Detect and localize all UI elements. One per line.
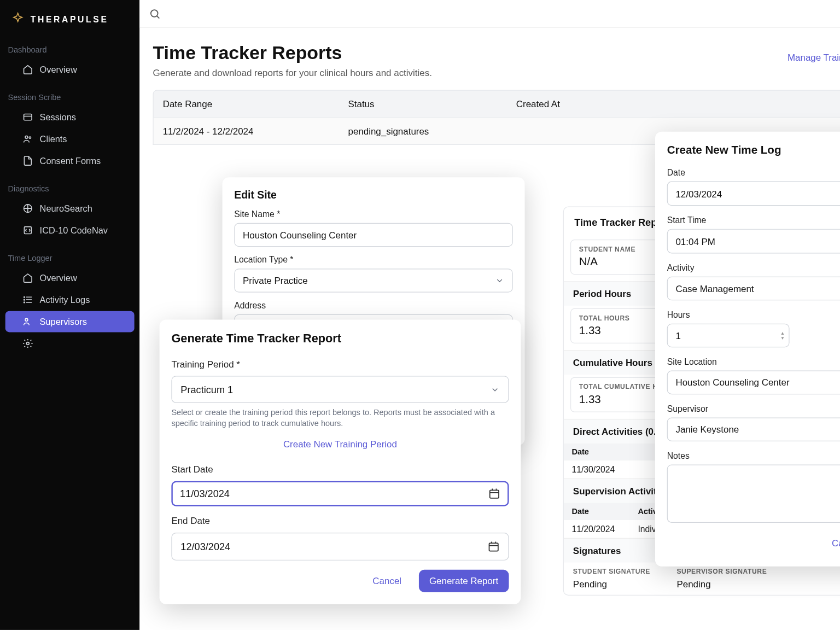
col-created-at: Created At: [516, 98, 794, 109]
sidebar-item-consent-forms[interactable]: Consent Forms: [5, 150, 135, 172]
logo-icon: [10, 12, 25, 27]
site-location-select[interactable]: Houston Counseling Center: [667, 371, 840, 395]
date-label: Date: [667, 167, 840, 177]
start-time-label: Start Time: [667, 215, 840, 225]
modal-title: Generate Time Tracker Report: [171, 331, 509, 345]
manage-periods-link[interactable]: Manage Training Periods: [788, 52, 840, 63]
end-date-input[interactable]: 12/03/2024: [171, 533, 509, 561]
supervisor-sig-value: Pending: [676, 579, 767, 590]
svg-point-9: [24, 296, 25, 298]
start-time-input[interactable]: 01:04 PM: [667, 229, 840, 254]
location-type-select[interactable]: Private Practice: [234, 269, 512, 293]
sidebar-item-label: Activity Logs: [40, 295, 90, 305]
stepper-icon[interactable]: ▲▼: [780, 331, 785, 340]
site-name-label: Site Name *: [234, 209, 512, 219]
nav-section-time-logger: Time Logger: [0, 249, 139, 266]
home-icon: [22, 273, 33, 283]
list-icon: [22, 294, 33, 305]
brain-icon: [22, 203, 33, 213]
sidebar: THERAPULSE Dashboard Overview Session Sc…: [0, 0, 139, 630]
svg-point-11: [24, 302, 25, 303]
col-date: Date: [571, 447, 638, 457]
sidebar-item-label: Sessions: [40, 112, 76, 122]
chevron-down-icon: [495, 276, 504, 285]
topbar: [139, 0, 840, 28]
file-icon: [22, 155, 33, 166]
supervisor-select[interactable]: Janie Keystone: [667, 418, 840, 442]
svg-line-15: [157, 15, 160, 18]
student-sig-value: Pending: [573, 579, 650, 590]
sidebar-item-settings[interactable]: [5, 333, 135, 354]
create-period-link[interactable]: Create New Training Period: [283, 439, 397, 449]
sidebar-item-neurosearch[interactable]: NeuroSearch: [5, 198, 135, 219]
nav-section-session-scribe: Session Scribe: [0, 89, 139, 106]
sidebar-item-label: Consent Forms: [40, 156, 101, 166]
brand-logo: THERAPULSE: [0, 5, 139, 37]
sidebar-item-clients[interactable]: Clients: [5, 129, 135, 150]
main-area: Time Tracker Reports Generate and downlo…: [139, 0, 840, 630]
cancel-button[interactable]: Cancel: [821, 532, 840, 555]
generate-report-modal: Generate Time Tracker Report Training Pe…: [160, 319, 521, 604]
col-date: Date: [571, 507, 638, 516]
activity-select[interactable]: Case Management: [667, 277, 840, 301]
supervisor-label: Supervisor: [667, 404, 840, 413]
site-location-label: Site Location: [667, 357, 840, 366]
users-icon: [22, 316, 33, 326]
sidebar-item-sessions[interactable]: Sessions: [5, 107, 135, 128]
svg-rect-22: [489, 543, 498, 551]
sidebar-item-overview[interactable]: Overview: [5, 59, 135, 80]
start-date-label: Start Date: [171, 464, 509, 474]
svg-point-12: [25, 318, 28, 321]
svg-rect-0: [24, 114, 32, 120]
create-time-log-modal: Create New Time Log Date 12/03/2024 Star…: [655, 132, 840, 567]
cell-date: 11/20/2024: [571, 524, 638, 534]
student-sig-label: STUDENT SIGNATURE: [573, 568, 650, 575]
site-name-input[interactable]: Houston Counseling Center: [234, 223, 512, 247]
training-period-select[interactable]: Practicum 1: [171, 376, 509, 403]
period-help-text: Select or create the training period thi…: [171, 407, 509, 429]
sidebar-item-label: Overview: [40, 65, 77, 74]
end-date-label: End Date: [171, 515, 509, 526]
modal-title: Create New Time Log: [667, 144, 840, 157]
sidebar-item-activity-logs[interactable]: Activity Logs: [5, 289, 135, 311]
code-icon: [22, 225, 33, 235]
generate-report-submit[interactable]: Generate Report: [419, 569, 509, 592]
address-label: Address: [234, 300, 512, 310]
svg-point-13: [26, 342, 29, 345]
search-icon[interactable]: [149, 8, 161, 20]
svg-point-10: [24, 299, 25, 300]
svg-point-3: [29, 137, 31, 138]
supervisor-sig-label: SUPERVISOR SIGNATURE: [676, 568, 767, 575]
notes-label: Notes: [667, 451, 840, 460]
activity-label: Activity: [667, 262, 840, 272]
col-status: Status: [348, 98, 516, 109]
notes-textarea[interactable]: [667, 464, 840, 522]
nav-section-diagnostics: Diagnostics: [0, 180, 139, 197]
svg-point-14: [151, 10, 158, 17]
table-header: Date Range Status Created At Actions: [153, 90, 840, 118]
cancel-button[interactable]: Cancel: [362, 569, 412, 592]
gear-icon: [22, 338, 33, 348]
date-input[interactable]: 12/03/2024: [667, 182, 840, 206]
nav-section-dashboard: Dashboard: [0, 41, 139, 58]
hours-input[interactable]: 1 ▲▼: [667, 324, 790, 348]
col-date-range: Date Range: [163, 98, 348, 109]
start-date-input[interactable]: 11/03/2024: [171, 481, 509, 506]
sidebar-item-label: Clients: [40, 134, 67, 144]
modal-title: Edit Site: [234, 189, 512, 201]
hours-label: Hours: [667, 310, 840, 319]
training-period-label: Training Period *: [171, 359, 509, 369]
calendar-icon: [488, 540, 500, 552]
users-icon: [22, 133, 33, 144]
brand-text: THERAPULSE: [31, 14, 109, 24]
home-icon: [22, 64, 33, 74]
sidebar-item-time-overview[interactable]: Overview: [5, 267, 135, 289]
chevron-down-icon: [491, 385, 500, 394]
sidebar-item-label: ICD-10 CodeNav: [40, 225, 108, 235]
cell-date-range: 11/2/2024 - 12/2/2024: [163, 126, 348, 136]
sidebar-item-label: NeuroSearch: [40, 203, 92, 213]
sidebar-item-supervisors[interactable]: Supervisors: [5, 311, 135, 332]
sidebar-item-icd10[interactable]: ICD-10 CodeNav: [5, 220, 135, 241]
page-title: Time Tracker Reports: [153, 42, 432, 63]
calendar-icon: [488, 487, 500, 499]
